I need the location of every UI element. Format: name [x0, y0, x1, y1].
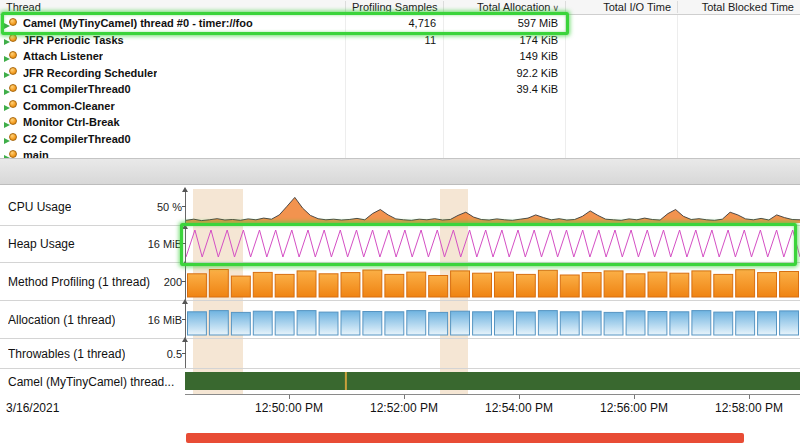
io-cell — [565, 15, 677, 32]
allocation-cell: 174 KiB — [443, 32, 565, 49]
timeline-graph[interactable] — [185, 263, 800, 300]
thread-name: Attach Listener — [23, 50, 103, 62]
io-cell — [565, 48, 677, 65]
table-row[interactable]: C1 CompilerThread0 39.4 KiB — [0, 81, 800, 98]
table-row[interactable]: JFR Recording Scheduler 92.2 KiB — [0, 65, 800, 82]
table-row[interactable]: Common-Cleaner — [0, 98, 800, 115]
timeline-row-scale: 16 MiB — [145, 238, 182, 250]
thread-table-body: Camel (MyTinyCamel) thread #0 - timer://… — [0, 15, 800, 158]
thread-cell: Camel (MyTinyCamel) thread #0 - timer://… — [0, 15, 345, 32]
allocation-cell: 149 KiB — [443, 48, 565, 65]
timeline-graph[interactable] — [185, 189, 800, 225]
io-cell — [565, 81, 677, 98]
time-tick-mark — [289, 395, 290, 399]
table-row[interactable]: Monitor Ctrl-Break — [0, 114, 800, 131]
thread-icon — [4, 100, 18, 111]
timeline-panel: CPU Usage 50 % Heap Usage 16 MiB Method … — [0, 184, 800, 446]
time-tick-mark — [634, 395, 635, 399]
timeline-row: Method Profiling (1 thread) 200 — [0, 263, 800, 301]
col-header-total-allocation[interactable]: Total Allocation∨ — [443, 1, 565, 13]
timeline-graph[interactable] — [185, 301, 800, 338]
thread-name: Camel (MyTinyCamel) thread #0 - timer://… — [23, 17, 253, 29]
thread-name: Common-Cleaner — [23, 100, 115, 112]
table-row[interactable]: main — [0, 147, 800, 158]
timeline-row: Throwables (1 thread) 0.5 — [0, 339, 800, 369]
samples-cell — [345, 114, 443, 131]
samples-cell — [345, 98, 443, 115]
timeline-row-left: Camel (MyTinyCamel) thread... — [0, 369, 185, 394]
thread-cell: C1 CompilerThread0 — [0, 81, 345, 98]
timeline-row-label[interactable]: Camel (MyTinyCamel) thread... — [8, 375, 174, 389]
timeline-graph[interactable] — [185, 339, 800, 368]
time-axis-baseline — [185, 394, 800, 395]
timeline-graph[interactable] — [185, 369, 800, 394]
thread-cell: Monitor Ctrl-Break — [0, 114, 345, 131]
thread-name: Monitor Ctrl-Break — [23, 116, 120, 128]
table-row[interactable]: C2 CompilerThread0 — [0, 131, 800, 148]
time-tick-label: 12:58:00 PM — [715, 401, 783, 415]
allocation-cell: 39.4 KiB — [443, 81, 565, 98]
time-tick-mark — [519, 395, 520, 399]
table-row[interactable]: Attach Listener 149 KiB — [0, 48, 800, 65]
blocked-cell — [677, 81, 800, 98]
timeline-row: CPU Usage 50 % — [0, 189, 800, 226]
allocation-cell — [443, 131, 565, 148]
timeline-row-left: CPU Usage 50 % — [0, 189, 185, 225]
thread-name: C1 CompilerThread0 — [23, 83, 131, 95]
io-cell — [565, 114, 677, 131]
thread-cell: main — [0, 147, 345, 158]
col-header-thread[interactable]: Thread — [0, 1, 345, 13]
blocked-cell — [677, 98, 800, 115]
timeline-row-label[interactable]: Method Profiling (1 thread) — [8, 275, 150, 289]
timeline-row-scale: 200 — [161, 276, 182, 288]
table-row[interactable]: JFR Periodic Tasks 11 174 KiB — [0, 32, 800, 49]
blocked-cell — [677, 65, 800, 82]
thread-icon — [4, 51, 18, 62]
timeline-row-left: Throwables (1 thread) 0.5 — [0, 339, 185, 368]
col-header-total-io-time[interactable]: Total I/O Time — [565, 1, 677, 13]
timeline-row: Heap Usage 16 MiB — [0, 226, 800, 263]
allocation-cell: 597 MiB — [443, 15, 565, 32]
thread-cell: Common-Cleaner — [0, 98, 345, 115]
table-row[interactable]: Camel (MyTinyCamel) thread #0 - timer://… — [0, 15, 800, 32]
timeline-row-left: Method Profiling (1 thread) 200 — [0, 263, 185, 300]
time-tick-label: 12:52:00 PM — [370, 401, 438, 415]
timeline-row-scale: 50 % — [154, 201, 182, 213]
col-header-profiling-samples[interactable]: Profiling Samples — [345, 1, 443, 13]
io-cell — [565, 98, 677, 115]
timeline-row-left: Heap Usage 16 MiB — [0, 226, 185, 262]
thread-name: C2 CompilerThread0 — [23, 133, 131, 145]
thread-icon — [4, 133, 18, 144]
blocked-cell — [677, 48, 800, 65]
time-tick-label: 12:54:00 PM — [485, 401, 553, 415]
thread-cell: JFR Recording Scheduler — [0, 65, 345, 82]
samples-cell: 4,716 — [345, 15, 443, 32]
allocation-cell: 92.2 KiB — [443, 65, 565, 82]
thread-name: JFR Recording Scheduler — [23, 67, 157, 79]
time-axis: 3/16/2021 12:50:00 PM12:52:00 PM12:54:00… — [0, 395, 800, 421]
timeline-graph[interactable] — [185, 226, 800, 262]
samples-cell: 11 — [345, 32, 443, 49]
thread-icon — [4, 67, 18, 78]
samples-cell — [345, 147, 443, 158]
time-tick-label: 12:56:00 PM — [600, 401, 668, 415]
col-header-total-blocked-time[interactable]: Total Blocked Time — [677, 1, 800, 13]
time-tick-mark — [404, 395, 405, 399]
timeline-row-label[interactable]: Throwables (1 thread) — [8, 347, 125, 361]
profiler-window: Thread Profiling Samples Total Allocatio… — [0, 0, 800, 446]
timeline-row-label[interactable]: Heap Usage — [8, 237, 75, 251]
blocked-cell — [677, 114, 800, 131]
timeline-row-label[interactable]: Allocation (1 thread) — [8, 313, 115, 327]
timeline-row: Camel (MyTinyCamel) thread... — [0, 369, 800, 394]
samples-cell — [345, 65, 443, 82]
thread-icon — [4, 84, 18, 95]
timeline-row-scale: 0.5 — [164, 348, 182, 360]
threads-table: Thread Profiling Samples Total Allocatio… — [0, 0, 800, 158]
allocation-cell — [443, 147, 565, 158]
time-tick-mark — [749, 395, 750, 399]
io-cell — [565, 65, 677, 82]
thread-name: main — [23, 149, 49, 158]
timeline-scrollbar[interactable] — [186, 433, 744, 443]
timeline-row-label[interactable]: CPU Usage — [8, 200, 71, 214]
thread-icon — [4, 18, 18, 29]
